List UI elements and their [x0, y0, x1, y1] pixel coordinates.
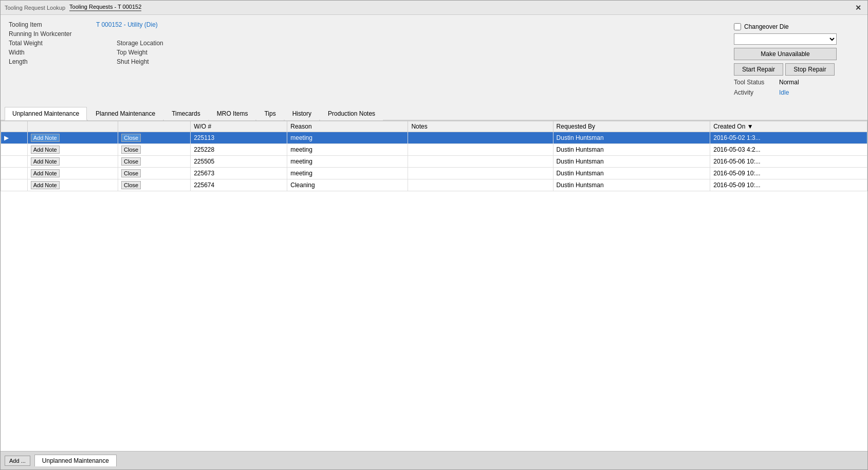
storage-location-dropdown-row [734, 33, 851, 45]
btn-add-note-button[interactable]: Add Note [31, 157, 60, 166]
col-requested-by: Requested By [553, 121, 710, 132]
row-requested-by-cell: Dustin Huntsman [553, 168, 710, 179]
row-wo-num-cell: 225228 [191, 144, 287, 156]
storage-location-select[interactable] [734, 33, 837, 45]
make-unavailable-button[interactable]: Make Unavailable [734, 48, 837, 60]
row-close-cell: Close [118, 144, 191, 156]
right-controls: Changeover Die Make Unavailable Start Re… [726, 21, 859, 98]
length-row: Length Shut Height [9, 58, 726, 65]
table-container: W/O # Reason Notes Requested By Created … [1, 121, 867, 191]
tooling-item-value: T 000152 - Utility (Die) [96, 21, 158, 28]
tab-unplanned-maintenance[interactable]: Unplanned Maintenance [5, 107, 87, 120]
title-bar: Tooling Request Lookup Tooling Requests … [1, 1, 867, 15]
row-indicator-cell [1, 144, 28, 156]
shut-height-label: Shut Height [96, 58, 178, 65]
tooling-item-label: Tooling Item [9, 21, 96, 28]
btn-close-button[interactable]: Close [121, 157, 141, 166]
col-add-note [27, 121, 118, 132]
table-row[interactable]: Add NoteClose225673meetingDustin Huntsma… [1, 168, 867, 179]
width-label: Width [9, 49, 96, 56]
btn-add-note-button[interactable]: Add Note [31, 146, 60, 154]
table-row[interactable]: Add NoteClose225674CleaningDustin Huntsm… [1, 179, 867, 191]
tab-history[interactable]: History [285, 107, 319, 120]
width-row: Width Top Weight [9, 49, 726, 56]
tabs-bar: Unplanned Maintenance Planned Maintenanc… [1, 106, 867, 120]
row-indicator-cell [1, 179, 28, 191]
maintenance-table: W/O # Reason Notes Requested By Created … [1, 121, 867, 191]
btn-add-note-button[interactable]: Add Note [31, 169, 60, 177]
row-created-on-cell: 2016-05-09 10:... [710, 168, 867, 179]
btn-close-button[interactable]: Close [121, 181, 141, 189]
row-add-note-cell: Add Note [27, 168, 118, 179]
row-notes-cell [408, 132, 553, 144]
btn-close-button[interactable]: Close [121, 134, 141, 142]
running-workcenter-label: Running In Workcenter [9, 30, 96, 38]
row-add-note-cell: Add Note [27, 179, 118, 191]
col-reason: Reason [287, 121, 408, 132]
changeover-die-checkbox[interactable] [734, 23, 741, 30]
repair-buttons-row: Start Repair Stop Repair [734, 63, 851, 76]
tab-mro-items[interactable]: MRO Items [209, 107, 256, 120]
row-created-on-cell: 2016-05-03 4:2... [710, 144, 867, 156]
row-reason-cell: meeting [287, 168, 408, 179]
row-wo-num-cell: 225673 [191, 168, 287, 179]
row-requested-by-cell: Dustin Huntsman [553, 179, 710, 191]
form-area: Tooling Item T 000152 - Utility (Die) Ru… [1, 15, 867, 102]
row-indicator-cell: ▶ [1, 132, 28, 144]
table-header-row: W/O # Reason Notes Requested By Created … [1, 121, 867, 132]
row-wo-num-cell: 225505 [191, 156, 287, 168]
row-created-on-cell: 2016-05-02 1:3... [710, 132, 867, 144]
activity-label: Activity [734, 89, 775, 96]
changeover-die-row: Changeover Die [734, 23, 851, 30]
row-reason-cell: meeting [287, 144, 408, 156]
content-area: W/O # Reason Notes Requested By Created … [1, 120, 867, 451]
activity-value: Idle [779, 89, 789, 96]
row-requested-by-cell: Dustin Huntsman [553, 156, 710, 168]
row-wo-num-cell: 225674 [191, 179, 287, 191]
row-add-note-cell: Add Note [27, 156, 118, 168]
row-notes-cell [408, 179, 553, 191]
tool-status-label: Tool Status [734, 79, 775, 86]
length-label: Length [9, 58, 96, 65]
tab-planned-maintenance[interactable]: Planned Maintenance [88, 107, 163, 120]
btn-close-button[interactable]: Close [121, 169, 141, 177]
col-close [118, 121, 191, 132]
row-close-cell: Close [118, 179, 191, 191]
row-notes-cell [408, 144, 553, 156]
row-indicator-cell [1, 156, 28, 168]
col-indicator [1, 121, 28, 132]
tooling-item-row: Tooling Item T 000152 - Utility (Die) [9, 21, 726, 28]
col-created-on: Created On ▼ [710, 121, 867, 132]
activity-row: Activity Idle [734, 89, 851, 96]
row-reason-cell: meeting [287, 132, 408, 144]
col-wo-num: W/O # [191, 121, 287, 132]
table-row[interactable]: ▶Add NoteClose225113meetingDustin Huntsm… [1, 132, 867, 144]
tab-production-notes[interactable]: Production Notes [320, 107, 383, 120]
row-indicator-cell [1, 168, 28, 179]
title-text: Tooling Requests - T 000152 [69, 4, 141, 11]
row-wo-num-cell: 225113 [191, 132, 287, 144]
close-button[interactable]: ✕ [853, 4, 863, 12]
row-notes-cell [408, 168, 553, 179]
tab-timecards[interactable]: Timecards [164, 107, 208, 120]
btn-close-button[interactable]: Close [121, 146, 141, 154]
add-button[interactable]: Add ... [5, 456, 30, 466]
tab-tips[interactable]: Tips [256, 107, 283, 120]
col-notes: Notes [408, 121, 553, 132]
row-created-on-cell: 2016-05-06 10:... [710, 156, 867, 168]
btn-add-note-button[interactable]: Add Note [31, 181, 60, 189]
table-row[interactable]: Add NoteClose225228meetingDustin Huntsma… [1, 144, 867, 156]
row-close-cell: Close [118, 132, 191, 144]
table-body: ▶Add NoteClose225113meetingDustin Huntsm… [1, 132, 867, 191]
row-requested-by-cell: Dustin Huntsman [553, 144, 710, 156]
btn-add-note-button[interactable]: Add Note [31, 134, 60, 142]
stop-repair-button[interactable]: Stop Repair [785, 63, 835, 76]
row-close-cell: Close [118, 156, 191, 168]
row-notes-cell [408, 156, 553, 168]
running-workcenter-row: Running In Workcenter [9, 30, 726, 38]
total-weight-row: Total Weight Storage Location [9, 40, 726, 47]
bottom-bar: Add ... Unplanned Maintenance [1, 451, 867, 469]
bottom-tab-unplanned[interactable]: Unplanned Maintenance [34, 455, 117, 466]
start-repair-button[interactable]: Start Repair [734, 63, 783, 76]
table-row[interactable]: Add NoteClose225505meetingDustin Huntsma… [1, 156, 867, 168]
